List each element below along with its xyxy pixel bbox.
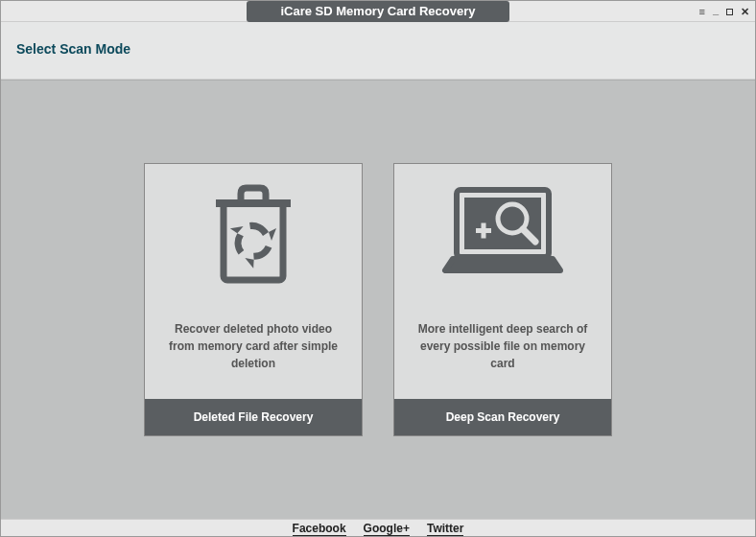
svg-rect-0: [224, 203, 283, 280]
laptop-search-icon: [394, 164, 611, 293]
app-title: iCare SD Memory Card Recovery: [247, 1, 508, 22]
svg-rect-5: [482, 222, 486, 238]
card-title: Deep Scan Recovery: [394, 399, 611, 435]
footer-link-googleplus[interactable]: Google+: [364, 522, 410, 536]
close-icon[interactable]: ✕: [741, 7, 749, 17]
footer-link-twitter[interactable]: Twitter: [427, 522, 463, 536]
minimize-icon[interactable]: _: [713, 5, 719, 15]
maximize-icon[interactable]: [726, 9, 733, 15]
settings-icon[interactable]: ≡: [698, 7, 704, 17]
deep-scan-recovery-card[interactable]: More intelligent deep search of every po…: [393, 163, 612, 436]
subheader: Select Scan Mode: [1, 22, 755, 80]
card-title: Deleted File Recovery: [145, 399, 362, 435]
recycle-bin-icon: [145, 164, 362, 293]
page-title: Select Scan Mode: [16, 41, 740, 57]
deleted-file-recovery-card[interactable]: Recover deleted photo video from memory …: [144, 163, 363, 436]
card-description: Recover deleted photo video from memory …: [145, 293, 362, 399]
card-description: More intelligent deep search of every po…: [394, 293, 611, 399]
window-controls: ≡ _ ✕: [698, 1, 749, 22]
footer: Facebook Google+ Twitter: [1, 519, 755, 537]
footer-link-facebook[interactable]: Facebook: [293, 522, 346, 536]
title-bar: iCare SD Memory Card Recovery ≡ _ ✕: [1, 1, 755, 22]
main-area: Recover deleted photo video from memory …: [1, 80, 755, 519]
